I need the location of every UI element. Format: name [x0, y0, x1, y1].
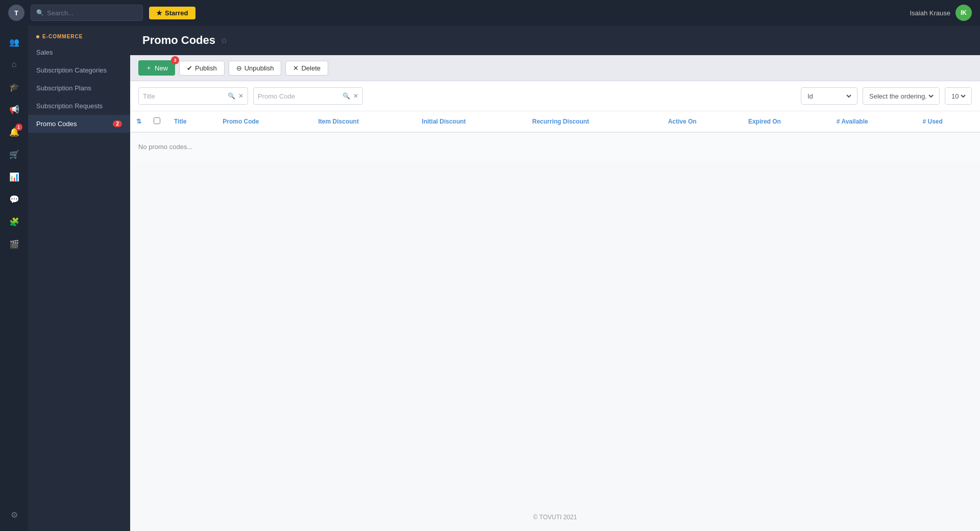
circle-minus-icon: ⊖: [236, 64, 242, 72]
th-item-discount[interactable]: Item Discount: [312, 111, 416, 132]
per-page-wrap[interactable]: 10 25 50: [945, 87, 972, 105]
avatar: IK: [955, 5, 972, 21]
starred-label: Starred: [165, 9, 188, 17]
table-wrap: ⇅ Title Promo Code Item Discount Initial…: [130, 111, 980, 503]
publish-button[interactable]: ✔ Publish: [179, 61, 225, 76]
notification-badge: 1: [15, 124, 22, 131]
empty-message: No promo codes...: [130, 132, 980, 161]
title-filter-input[interactable]: [143, 92, 225, 100]
starred-button[interactable]: ★ Starred: [149, 7, 195, 19]
th-expired-on[interactable]: Expired On: [742, 111, 830, 132]
search-input[interactable]: [47, 9, 137, 17]
sidebar-icon-courses[interactable]: 🎓: [4, 77, 24, 97]
empty-row: No promo codes...: [130, 132, 980, 161]
check-icon: ✔: [187, 64, 192, 72]
user-name: Isaiah Krause: [910, 9, 951, 17]
sidebar-icon-settings[interactable]: ⚙: [4, 504, 24, 525]
unpublish-button[interactable]: ⊖ Unpublish: [229, 61, 282, 76]
x-icon: ✕: [293, 64, 299, 72]
content-area: Promo Codes ☆ ＋ New 3 ✔ Publish ⊖ Unpubl…: [130, 26, 980, 531]
delete-button[interactable]: ✕ Delete: [285, 61, 328, 76]
sidebar-item-sales[interactable]: Sales: [28, 43, 130, 61]
unpublish-label: Unpublish: [244, 64, 274, 72]
order-by-select[interactable]: Id Title Promo Code: [805, 92, 853, 101]
th-initial-discount[interactable]: Initial Discount: [416, 111, 526, 132]
search-icon: 🔍: [36, 9, 44, 16]
th-sort[interactable]: ⇅: [130, 111, 148, 132]
logo: T: [8, 5, 24, 21]
main-layout: 👥 ⌂ 🎓 📢 🔔 1 🛒 📊 💬 🧩 🎬 ⚙ E-COMMERCE Sales…: [0, 26, 980, 531]
select-all-checkbox[interactable]: [154, 117, 160, 124]
top-nav: T 🔍 ★ Starred Isaiah Krause IK: [0, 0, 980, 26]
sidebar-icon-notifications[interactable]: 🔔 1: [4, 122, 24, 142]
title-search-icon[interactable]: 🔍: [228, 92, 235, 100]
toolbar: ＋ New 3 ✔ Publish ⊖ Unpublish ✕ Delete: [130, 55, 980, 81]
th-active-on[interactable]: Active On: [662, 111, 742, 132]
promo-codes-badge: 2: [113, 120, 122, 127]
promo-codes-table: ⇅ Title Promo Code Item Discount Initial…: [130, 111, 980, 161]
th-used[interactable]: # Used: [916, 111, 980, 132]
side-menu: E-COMMERCE Sales Subscription Categories…: [28, 26, 130, 531]
per-page-select[interactable]: 10 25 50: [949, 92, 967, 101]
ordering-wrap[interactable]: Select the ordering. Ascending Descendin…: [863, 87, 940, 105]
sidebar-item-subscription-plans[interactable]: Subscription Plans: [28, 79, 130, 97]
plus-icon: ＋: [145, 63, 152, 73]
sidebar-item-subscription-requests[interactable]: Subscription Requests: [28, 97, 130, 115]
order-by-wrap[interactable]: Id Title Promo Code: [801, 87, 857, 105]
title-filter-wrap: 🔍 ✕: [138, 87, 248, 105]
th-checkbox[interactable]: [148, 111, 168, 132]
footer: © TOVUTI 2021: [130, 503, 980, 531]
ordering-select[interactable]: Select the ordering. Ascending Descendin…: [867, 92, 935, 101]
new-button[interactable]: ＋ New 3: [138, 60, 175, 76]
sidebar-icon-ecommerce[interactable]: 🛒: [4, 144, 24, 164]
star-icon: ★: [156, 9, 162, 17]
sidebar-icon-chat[interactable]: 💬: [4, 189, 24, 209]
filters-row: 🔍 ✕ 🔍 ✕ Id Title Promo Code Select the o…: [130, 81, 980, 111]
top-nav-right: Isaiah Krause IK: [910, 5, 972, 21]
table-header-row: ⇅ Title Promo Code Item Discount Initial…: [130, 111, 980, 132]
promo-search-icon[interactable]: 🔍: [342, 92, 350, 100]
section-label-ecommerce: E-COMMERCE: [28, 26, 130, 43]
content-header: Promo Codes ☆: [130, 26, 980, 55]
new-label: New: [155, 64, 168, 72]
sidebar-icon-megaphone[interactable]: 📢: [4, 99, 24, 119]
search-box[interactable]: 🔍: [31, 5, 143, 21]
publish-label: Publish: [195, 64, 217, 72]
promo-code-filter-wrap: 🔍 ✕: [253, 87, 363, 105]
th-title[interactable]: Title: [168, 111, 216, 132]
sidebar-icon-puzzle[interactable]: 🧩: [4, 211, 24, 232]
icon-sidebar: 👥 ⌂ 🎓 📢 🔔 1 🛒 📊 💬 🧩 🎬 ⚙: [0, 26, 28, 531]
sidebar-item-subscription-categories[interactable]: Subscription Categories: [28, 61, 130, 79]
sidebar-icon-stats[interactable]: 📊: [4, 166, 24, 187]
th-recurring-discount[interactable]: Recurring Discount: [526, 111, 662, 132]
page-title: Promo Codes: [142, 34, 215, 47]
title-clear-icon[interactable]: ✕: [238, 92, 243, 100]
th-promo-code[interactable]: Promo Code: [216, 111, 312, 132]
th-available[interactable]: # Available: [830, 111, 917, 132]
sidebar-icon-users[interactable]: 👥: [4, 32, 24, 52]
sidebar-item-promo-codes[interactable]: Promo Codes 2: [28, 115, 130, 133]
promo-code-filter-input[interactable]: [258, 92, 339, 100]
new-badge: 3: [171, 56, 179, 64]
delete-label: Delete: [301, 64, 321, 72]
promo-clear-icon[interactable]: ✕: [353, 92, 358, 100]
sidebar-icon-media[interactable]: 🎬: [4, 234, 24, 254]
favorite-star-icon[interactable]: ☆: [220, 36, 228, 45]
sidebar-icon-home[interactable]: ⌂: [4, 54, 24, 75]
